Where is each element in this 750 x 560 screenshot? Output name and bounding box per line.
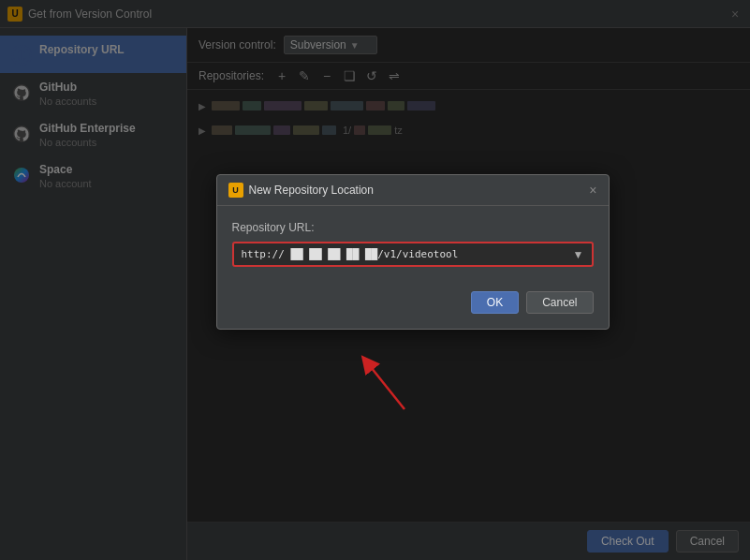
modal-close-icon[interactable]: × <box>589 184 596 197</box>
modal-dialog: U New Repository Location × Repository U… <box>216 174 610 330</box>
modal-title: New Repository Location <box>249 184 374 197</box>
modal-body: Repository URL: ▼ <box>217 206 609 282</box>
modal-overlay: U New Repository Location × Repository U… <box>0 0 750 560</box>
arrow-annotation <box>311 325 423 419</box>
modal-title-left: U New Repository Location <box>228 183 374 198</box>
modal-field-label: Repository URL: <box>232 221 594 234</box>
modal-title-bar: U New Repository Location × <box>217 175 609 206</box>
ok-button[interactable]: OK <box>471 291 519 314</box>
repository-url-input[interactable] <box>238 245 569 263</box>
modal-icon: U <box>228 183 243 198</box>
modal-footer: OK Cancel <box>217 282 609 329</box>
url-dropdown-arrow[interactable]: ▼ <box>569 248 588 261</box>
modal-input-container: ▼ <box>232 242 594 267</box>
modal-cancel-button[interactable]: Cancel <box>526 291 593 314</box>
